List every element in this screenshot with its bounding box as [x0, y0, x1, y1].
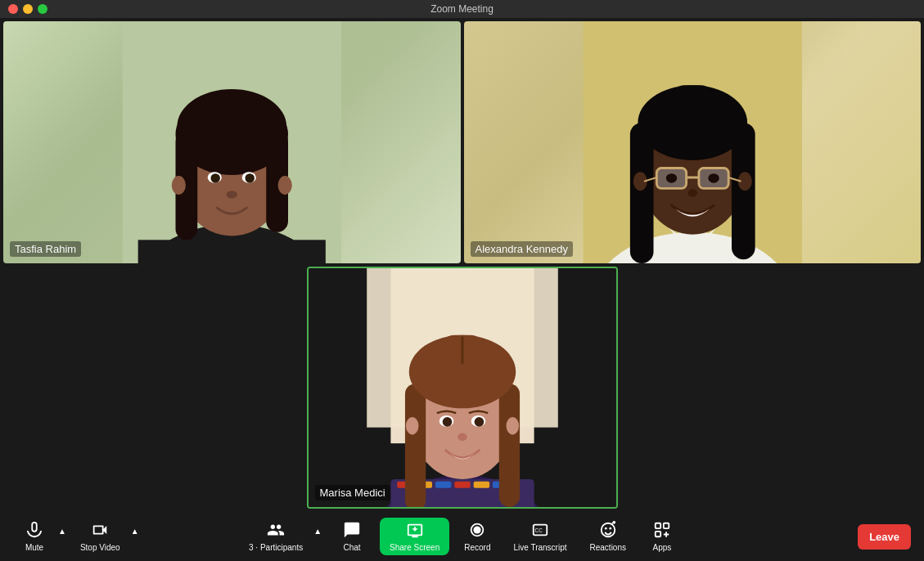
mute-control: Mute ▲ ​ — [13, 518, 69, 555]
svg-point-9 — [278, 176, 292, 195]
toolbar-center-controls: 3 · Participants ▲ ​ Chat Share S — [241, 518, 683, 555]
reactions-icon — [599, 521, 617, 541]
minimize-button[interactable] — [23, 4, 33, 14]
video-grid: Tasfia Rahim — [0, 18, 924, 512]
svg-rect-42 — [454, 482, 470, 488]
mute-arrow[interactable]: ▲ ​ — [56, 523, 69, 550]
svg-rect-43 — [473, 482, 489, 488]
participants-arrow[interactable]: ▲ ​ — [311, 523, 324, 550]
close-button[interactable] — [8, 4, 18, 14]
participants-button[interactable]: 3 · Participants — [241, 518, 311, 555]
window-title: Zoom Meeting — [430, 3, 494, 15]
bottom-tile-wrapper: Marisa Medici — [307, 267, 618, 509]
live-transcript-icon: CC — [531, 521, 549, 541]
record-button[interactable]: Record — [456, 518, 498, 555]
video-tile-tasfia: Tasfia Rahim — [3, 21, 461, 263]
camera-icon — [91, 521, 109, 541]
participants-control: 3 · Participants ▲ ​ — [241, 518, 324, 555]
svg-point-65 — [609, 527, 611, 530]
leave-button[interactable]: Leave — [858, 524, 911, 550]
svg-text:CC: CC — [535, 527, 543, 533]
apps-icon — [653, 521, 671, 541]
svg-point-52 — [405, 417, 418, 434]
traffic-lights — [8, 4, 47, 14]
svg-point-58 — [457, 433, 467, 441]
svg-point-32 — [708, 173, 719, 182]
chat-button[interactable]: Chat — [331, 518, 373, 555]
apps-label: Apps — [653, 543, 672, 552]
stop-video-label: Stop Video — [80, 543, 120, 552]
reactions-button[interactable]: Reactions — [582, 518, 634, 555]
participant-name-marisa: Marisa Medici — [315, 485, 390, 500]
svg-point-53 — [506, 417, 519, 434]
participant-name-tasfia: Tasfia Rahim — [10, 241, 81, 257]
chevron-up-icon-3: ▲ — [313, 527, 322, 536]
svg-point-13 — [245, 173, 254, 182]
video-tile-alexandra: Alexandra Kennedy — [464, 21, 922, 263]
live-transcript-button[interactable]: CC Live Transcript — [505, 518, 575, 555]
svg-point-64 — [605, 527, 607, 530]
svg-point-14 — [227, 191, 237, 199]
svg-point-60 — [474, 526, 481, 533]
alexandra-avatar — [464, 21, 922, 263]
top-row: Tasfia Rahim — [3, 21, 921, 263]
microphone-icon — [25, 521, 43, 541]
title-bar: Zoom Meeting — [0, 0, 924, 18]
chat-label: Chat — [344, 543, 361, 552]
record-label: Record — [464, 543, 490, 552]
share-screen-button[interactable]: Share Screen — [380, 518, 449, 555]
apps-button[interactable]: Apps — [641, 518, 683, 555]
svg-rect-69 — [656, 532, 660, 536]
participant-name-alexandra: Alexandra Kennedy — [471, 241, 573, 257]
chevron-up-icon-2: ▲ — [131, 527, 139, 536]
svg-rect-15 — [138, 240, 326, 263]
chat-icon — [343, 521, 361, 541]
toolbar-right-controls: Leave — [858, 524, 911, 550]
svg-point-56 — [442, 417, 452, 427]
toolbar-left-controls: Mute ▲ ​ Stop Video ▲ ​ — [13, 518, 142, 555]
live-transcript-label: Live Transcript — [513, 543, 566, 552]
stop-video-button[interactable]: Stop Video — [72, 518, 128, 555]
share-screen-icon — [406, 521, 424, 541]
video-arrow[interactable]: ▲ ​ — [128, 523, 142, 550]
maximize-button[interactable] — [38, 4, 47, 14]
share-screen-label: Share Screen — [390, 543, 439, 552]
video-control: Stop Video ▲ ​ — [72, 518, 142, 555]
participants-count-label: 3 · Participants — [249, 543, 303, 552]
svg-rect-47 — [404, 384, 425, 507]
participants-icon — [267, 521, 285, 541]
tasfia-avatar — [3, 21, 461, 263]
svg-rect-67 — [656, 523, 660, 528]
svg-point-66 — [612, 521, 615, 524]
bottom-row: Marisa Medici — [3, 267, 921, 509]
reactions-label: Reactions — [590, 543, 626, 552]
mute-label: Mute — [25, 543, 43, 552]
toolbar: Mute ▲ ​ Stop Video ▲ ​ — [0, 512, 924, 561]
record-icon — [468, 521, 486, 541]
svg-point-12 — [210, 173, 219, 182]
mute-button[interactable]: Mute — [13, 518, 56, 555]
marisa-avatar — [309, 268, 616, 507]
chevron-up-icon: ▲ — [58, 527, 66, 536]
svg-point-33 — [687, 189, 696, 197]
svg-point-8 — [172, 176, 186, 195]
svg-point-7 — [177, 89, 286, 164]
svg-point-57 — [474, 417, 484, 427]
svg-rect-68 — [664, 523, 669, 528]
video-tile-marisa: Marisa Medici — [307, 267, 618, 509]
svg-rect-23 — [669, 85, 715, 128]
svg-point-31 — [665, 173, 676, 182]
svg-rect-48 — [498, 384, 519, 507]
svg-rect-41 — [435, 482, 450, 488]
